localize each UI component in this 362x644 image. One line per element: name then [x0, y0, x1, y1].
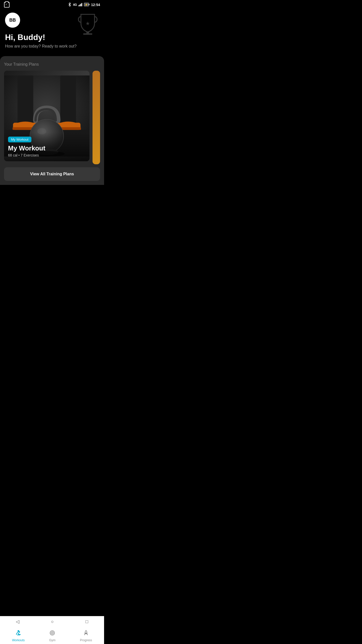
svg-rect-1	[79, 5, 80, 6]
view-all-training-plans-button[interactable]: View All Training Plans	[4, 167, 100, 181]
svg-rect-12	[18, 75, 33, 125]
svg-rect-5	[89, 4, 89, 5]
svg-text:⚡: ⚡	[85, 3, 88, 6]
trophy-icon: ★	[76, 12, 99, 36]
svg-rect-9	[83, 33, 92, 35]
status-left	[4, 2, 10, 8]
main-card: Your Training Plans	[0, 56, 104, 185]
workout-tag: My Workout	[8, 137, 31, 142]
signal-icon: 4G	[73, 3, 77, 7]
training-card-overlay: My Workout My Workout 68 cal • 7 Exercis…	[4, 133, 89, 161]
svg-rect-13	[60, 75, 76, 125]
svg-rect-2	[80, 4, 81, 6]
header-section: ★ BB Hi, Buddy! How are you today? Ready…	[0, 10, 104, 56]
training-plan-card[interactable]: My Workout My Workout 68 cal • 7 Exercis…	[4, 71, 89, 161]
signal-bars-icon	[78, 3, 82, 7]
svg-text:★: ★	[85, 21, 90, 26]
battery-icon: ⚡	[84, 3, 89, 7]
status-right: 4G ⚡ 12:54	[68, 3, 100, 7]
next-card-peek	[93, 71, 100, 164]
bluetooth-icon	[68, 3, 71, 7]
greeting-subtitle: How are you today? Ready to work out?	[5, 44, 99, 49]
workout-name: My Workout	[8, 144, 85, 152]
svg-rect-8	[86, 32, 89, 33]
section-title: Your Training Plans	[4, 62, 100, 67]
svg-rect-0	[78, 5, 79, 6]
workout-meta: 68 cal • 7 Exercises	[8, 153, 85, 157]
avatar: BB	[5, 13, 20, 28]
clipboard-icon	[4, 2, 10, 8]
svg-rect-3	[81, 3, 82, 6]
time-display: 12:54	[91, 3, 100, 7]
status-bar: 4G ⚡ 12:54	[0, 0, 104, 10]
